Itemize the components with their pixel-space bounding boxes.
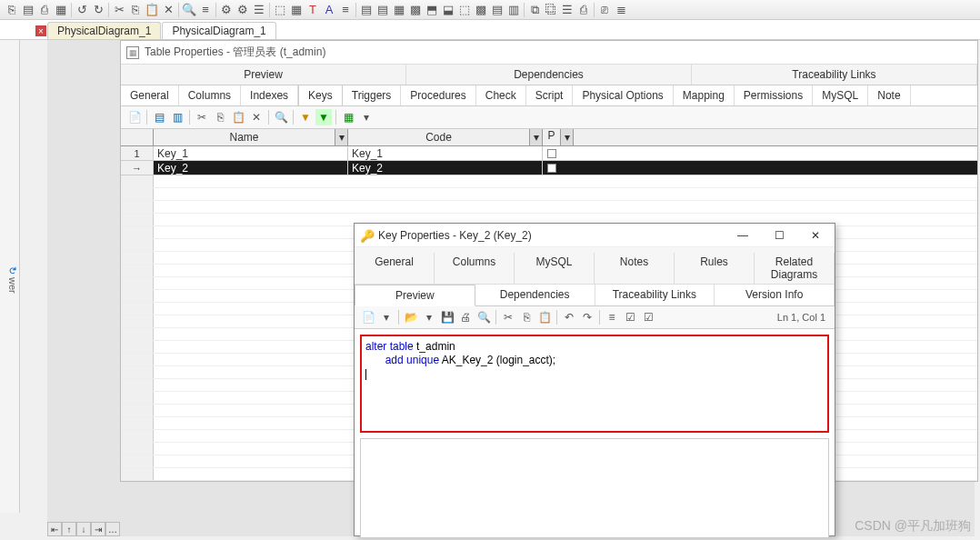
close-tab-icon[interactable]: × [35,25,46,36]
upper-tabs: Preview Dependencies Traceability Links [121,65,977,85]
redo-icon[interactable]: ↷ [579,309,595,325]
grid-header: Name ▾ Code ▾ P ▾ [121,129,977,146]
lower-tabs: General Columns Indexes Keys Triggers Pr… [121,85,977,106]
key-properties-dialog: 🔑 Key Properties - Key_2 (Key_2) — ☐ ✕ G… [354,223,835,536]
sql-editor[interactable]: alter table t_admin add unique AK_Key_2 … [365,340,824,381]
ktab-general[interactable]: General [355,253,435,284]
checkbox[interactable] [547,149,556,158]
grid-row-selected[interactable]: → Key_2 Key_2 [121,161,977,175]
editor-toolbar: 📄▾ 📂▾ 💾 🖨 🔍 ✂ ⎘ 📋 ↶ ↷ ≡ ☑ ☑ Ln 1, Col 1 [355,306,835,329]
text-cursor [365,369,366,380]
print-icon[interactable]: 🖨 [457,309,474,325]
app-toolbar: ⎘▤⎙▦ ↺↻ ✂⎘📋✕ 🔍≡ ⚙⚙☰ ⬚▦TA≡ ▤▤▦▩⬒⬓⬚▩▤▥ ⧉⿻☰… [0,0,980,20]
paste2-icon[interactable]: 📋 [536,309,553,325]
cut-icon[interactable]: ✂ [194,109,210,125]
filter-active-icon[interactable]: ▼ [315,109,332,125]
find-icon[interactable]: 🔍 [273,109,289,125]
tab-physical-options[interactable]: Physical Options [573,85,673,105]
tab-indexes[interactable]: Indexes [241,85,298,105]
col-code[interactable]: Code [348,129,530,145]
tab-check[interactable]: Check [476,85,526,105]
grid-row[interactable]: 1 Key_1 Key_1 [121,146,977,161]
sql-editor-highlight: alter table t_admin add unique AK_Key_2 … [360,335,829,433]
tab-permissions[interactable]: Permissions [735,85,813,105]
ktab-preview[interactable]: Preview [355,285,475,306]
open-icon[interactable]: 📂 [403,309,419,325]
more-icon[interactable]: ▾ [358,109,375,125]
tab-triggers[interactable]: Triggers [343,85,402,105]
grid-nav-controls: ⇤↑↓⇥… [47,522,120,536]
table-icon: ▦ [126,46,139,59]
grid-toolbar: 📄 ▤ ▥ ✂ ⎘ 📋 ✕ 🔍 ▼ ▼ ▦ ▾ [121,106,977,129]
doc-tab-2[interactable]: PhysicalDiagram_1 [162,22,275,39]
tab-traceability[interactable]: Traceability Links [692,65,977,85]
minimize-button[interactable]: — [729,226,756,245]
export-excel-icon[interactable]: ▦ [340,109,356,125]
ktab-version[interactable]: Version Info [715,285,835,305]
insert-icon[interactable]: ▥ [169,109,185,125]
panel-title: ▦ Table Properties - 管理员表 (t_admin) [121,41,977,65]
tab-preview[interactable]: Preview [121,65,406,85]
tab-columns[interactable]: Columns [179,85,241,105]
copy-icon[interactable]: ⎘ [212,109,228,125]
editor-lower-area[interactable] [360,438,829,538]
watermark: CSDN @平凡加班狗 [855,518,971,535]
toolbar-icon[interactable]: ⎘ [4,3,20,17]
ktab-rules[interactable]: Rules [675,253,755,284]
save-icon[interactable]: 💾 [439,309,455,325]
col-p-dd[interactable]: ▾ [561,129,574,145]
col-name[interactable]: Name [154,129,335,145]
filter-icon[interactable]: ▼ [297,109,314,125]
vertical-sidebar[interactable]: ↻ wer [0,40,20,513]
paste-icon[interactable]: 📋 [230,109,246,125]
find2-icon[interactable]: 🔍 [475,309,492,325]
copy2-icon[interactable]: ⎘ [518,309,535,325]
close-button[interactable]: ✕ [802,226,829,245]
tab-mapping[interactable]: Mapping [674,85,735,105]
key-tabs-row2: Preview Dependencies Traceability Links … [355,285,835,306]
tab-dependencies[interactable]: Dependencies [406,65,692,85]
key-tabs-row1: General Columns MySQL Notes Rules Relate… [355,247,835,285]
ktab-mysql[interactable]: MySQL [515,253,595,284]
editor-status: Ln 1, Col 1 [777,312,829,323]
document-tabs: ×PhysicalDiagram_1 PhysicalDiagram_1 [0,20,980,40]
opts2-icon[interactable]: ☑ [640,309,656,325]
maximize-button[interactable]: ☐ [765,226,793,245]
new-icon[interactable]: 📄 [360,309,376,325]
ktab-notes[interactable]: Notes [595,253,675,284]
ktab-related[interactable]: Related Diagrams [755,253,835,284]
ktab-trace[interactable]: Traceability Links [595,285,715,305]
tab-general[interactable]: General [121,85,179,105]
props-icon[interactable]: 📄 [126,109,143,125]
cut2-icon[interactable]: ✂ [500,309,516,325]
ktab-deps[interactable]: Dependencies [475,285,595,305]
col-code-dd[interactable]: ▾ [530,129,543,145]
col-p[interactable]: P [543,129,561,145]
tab-keys[interactable]: Keys [298,85,343,105]
undo-icon[interactable]: ↶ [561,309,577,325]
checkbox[interactable] [547,164,556,173]
ktab-columns[interactable]: Columns [435,253,515,284]
add-icon[interactable]: ▤ [151,109,167,125]
delete-icon[interactable]: ✕ [248,109,265,125]
col-name-dd[interactable]: ▾ [335,129,348,145]
tab-mysql[interactable]: MySQL [813,85,868,105]
dialog-titlebar[interactable]: 🔑 Key Properties - Key_2 (Key_2) — ☐ ✕ [355,224,835,247]
key-icon: 🔑 [360,229,373,242]
tab-script[interactable]: Script [526,85,574,105]
tab-notes[interactable]: Note [868,85,910,105]
tab-procedures[interactable]: Procedures [401,85,475,105]
opts-icon[interactable]: ☑ [622,309,638,325]
doc-tab-1[interactable]: ×PhysicalDiagram_1 [47,22,161,39]
format-icon[interactable]: ≡ [604,309,620,325]
